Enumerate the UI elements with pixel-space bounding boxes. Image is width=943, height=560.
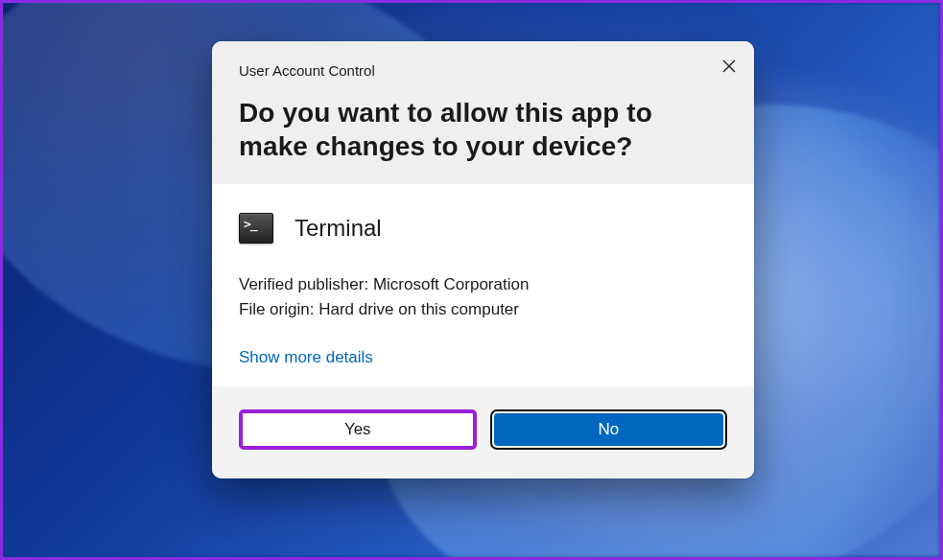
yes-button[interactable]: Yes bbox=[239, 409, 477, 450]
dialog-body: Terminal Verified publisher: Microsoft C… bbox=[212, 184, 754, 386]
publisher-label: Verified publisher: bbox=[239, 275, 368, 293]
dialog-heading: Do you want to allow this app to make ch… bbox=[239, 96, 727, 163]
no-button[interactable]: No bbox=[494, 413, 724, 446]
dialog-footer: Yes No bbox=[212, 386, 754, 478]
close-button[interactable] bbox=[718, 55, 741, 78]
app-info-row: Terminal bbox=[239, 213, 727, 244]
app-name: Terminal bbox=[295, 215, 382, 242]
dialog-title-small: User Account Control bbox=[239, 62, 727, 79]
close-icon bbox=[722, 59, 736, 73]
show-more-details-link[interactable]: Show more details bbox=[239, 348, 373, 367]
dialog-header: User Account Control Do you want to allo… bbox=[212, 41, 754, 184]
origin-value: Hard drive on this computer bbox=[318, 300, 519, 318]
publisher-value: Microsoft Corporation bbox=[373, 275, 530, 293]
uac-dialog: User Account Control Do you want to allo… bbox=[212, 41, 754, 478]
origin-label: File origin: bbox=[239, 300, 314, 318]
publisher-line: Verified publisher: Microsoft Corporatio… bbox=[239, 272, 727, 297]
terminal-icon bbox=[239, 213, 273, 244]
no-button-focus-ring: No bbox=[490, 409, 728, 450]
origin-line: File origin: Hard drive on this computer bbox=[239, 297, 727, 322]
